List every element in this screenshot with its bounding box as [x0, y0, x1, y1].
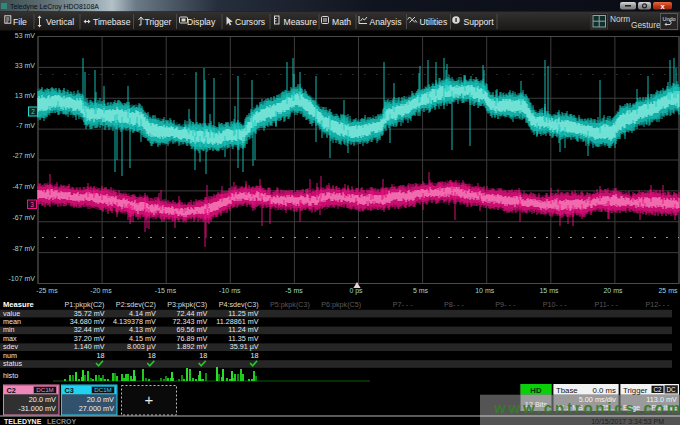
svg-text:Gesture: Gesture: [631, 20, 661, 30]
svg-text:18: 18: [199, 351, 207, 360]
svg-text:10 ms: 10 ms: [475, 287, 495, 294]
svg-text:-67 mV: -67 mV: [12, 214, 35, 221]
svg-text:15 ms: 15 ms: [539, 287, 559, 294]
svg-text:-10 ms: -10 ms: [219, 287, 241, 294]
svg-text:Measure: Measure: [284, 17, 318, 27]
svg-text:status: status: [3, 359, 23, 368]
svg-text:Tbase: Tbase: [556, 386, 578, 395]
svg-text:LECROY: LECROY: [47, 418, 77, 425]
svg-text:5 ms: 5 ms: [413, 287, 429, 294]
svg-text:27.000 mV: 27.000 mV: [79, 404, 114, 413]
svg-text:20.0 mV: 20.0 mV: [29, 395, 56, 404]
svg-text:-27 mV: -27 mV: [12, 152, 35, 159]
svg-text:2: 2: [31, 108, 35, 115]
svg-text:Utilities: Utilities: [420, 17, 448, 27]
svg-text:Teledyne LeCroy HDO8108A: Teledyne LeCroy HDO8108A: [10, 3, 99, 11]
svg-text:0.0 ms: 0.0 ms: [593, 386, 616, 395]
svg-text:P6:pkpk(C5): P6:pkpk(C5): [321, 300, 361, 309]
svg-text:-47 mV: -47 mV: [12, 183, 35, 190]
svg-text:-31.000 mV: -31.000 mV: [18, 404, 56, 413]
svg-text:-25 ms: -25 ms: [36, 287, 58, 294]
svg-text:Trigger: Trigger: [145, 17, 172, 27]
svg-text:C2: C2: [7, 386, 16, 395]
svg-text:53 mV: 53 mV: [15, 32, 36, 39]
svg-text:histo: histo: [3, 371, 18, 380]
svg-text:+: +: [145, 391, 154, 408]
svg-text:3: 3: [30, 201, 34, 208]
svg-text:10/15/2017 3:34:53 PM: 10/15/2017 3:34:53 PM: [591, 418, 664, 425]
svg-text:20 ms: 20 ms: [603, 287, 623, 294]
svg-text:13 mV: 13 mV: [15, 92, 36, 99]
svg-text:P9- - -: P9- - -: [495, 300, 516, 309]
svg-text:-5 ms: -5 ms: [285, 287, 303, 294]
svg-text:C3: C3: [65, 386, 74, 395]
svg-text:Timebase: Timebase: [93, 17, 131, 27]
svg-text:DC1M: DC1M: [94, 386, 112, 393]
svg-text:Analysis: Analysis: [370, 17, 402, 27]
svg-text:P7- - -: P7- - -: [393, 300, 414, 309]
svg-text:P8- - -: P8- - -: [444, 300, 465, 309]
svg-text:Trigger: Trigger: [623, 386, 648, 395]
svg-text:18: 18: [97, 351, 105, 360]
svg-text:P12- - -: P12- - -: [645, 300, 670, 309]
svg-text:Vertical: Vertical: [46, 17, 74, 27]
svg-text:HD: HD: [530, 386, 542, 395]
svg-text:-15 ms: -15 ms: [155, 287, 177, 294]
svg-text:Norm: Norm: [610, 14, 630, 24]
svg-text:DC1M: DC1M: [36, 386, 54, 393]
svg-text:File: File: [13, 17, 27, 27]
svg-text:P11- - -: P11- - -: [595, 300, 619, 309]
svg-text:Display: Display: [187, 17, 216, 27]
svg-text:Cursors: Cursors: [235, 17, 265, 27]
svg-text:P5:pkpk(C3): P5:pkpk(C3): [270, 300, 310, 309]
svg-text:TELEDYNE: TELEDYNE: [4, 418, 42, 425]
svg-text:C2: C2: [653, 386, 662, 393]
svg-text:20.0 mV: 20.0 mV: [87, 395, 114, 404]
svg-text:Support: Support: [464, 17, 495, 27]
svg-text:-7 mV: -7 mV: [16, 122, 35, 129]
svg-text:-87 mV: -87 mV: [12, 245, 35, 252]
svg-text:DC: DC: [666, 386, 676, 393]
svg-text:18: 18: [251, 351, 259, 360]
svg-text:0 ps: 0 ps: [349, 287, 363, 295]
svg-text:-107 mV: -107 mV: [9, 275, 36, 282]
svg-text:33 mV: 33 mV: [15, 62, 36, 69]
svg-text:25 ms: 25 ms: [658, 287, 678, 294]
svg-text:P10- - -: P10- - -: [543, 300, 568, 309]
svg-text:-20 ms: -20 ms: [90, 287, 112, 294]
svg-text:Math: Math: [332, 17, 351, 27]
svg-text:18: 18: [148, 351, 156, 360]
